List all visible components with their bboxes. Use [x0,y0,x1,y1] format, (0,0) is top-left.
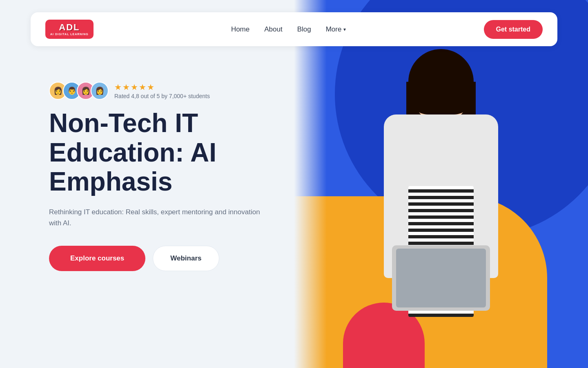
hero-visual [294,0,588,368]
logo-box: ADL AI DIGITAL LEARNING [45,20,94,39]
header: ADL AI DIGITAL LEARNING Home About Blog … [31,12,557,46]
stars: ★★★★★ [114,82,210,92]
student-avatars: 👩 👨 👩 👩 [49,82,109,100]
get-started-button[interactable]: Get started [484,20,543,39]
rating-text: Rated 4,8 out of 5 by 7,000+ students [114,93,210,99]
chevron-down-icon: ▾ [343,27,346,32]
hero-content: 👩 👨 👩 👩 ★★★★★ Rated 4,8 out of 5 by 7,00… [49,82,294,271]
rating-text-group: ★★★★★ Rated 4,8 out of 5 by 7,000+ stude… [114,82,210,99]
person-figure [355,49,527,368]
logo-adl-text: ADL [59,23,80,32]
person-hair [408,49,474,114]
logo: ADL AI DIGITAL LEARNING [45,20,94,39]
main-nav: Home About Blog More ▾ [231,25,346,34]
laptop-screen [396,249,486,307]
person-laptop [392,245,490,311]
nav-about[interactable]: About [264,25,282,34]
nav-home[interactable]: Home [231,25,249,34]
nav-blog[interactable]: Blog [297,25,311,34]
webinars-button[interactable]: Webinars [153,246,219,271]
hero-fade-overlay [294,0,327,368]
hero-title: Non-Tech IT Education: AI Emphasis [49,109,294,197]
hero-description: Rethinking IT education: Real skills, ex… [49,206,261,229]
nav-more[interactable]: More ▾ [326,25,346,34]
hero-buttons: Explore courses Webinars [49,246,294,271]
hero-person [335,33,547,368]
rating-row: 👩 👨 👩 👩 ★★★★★ Rated 4,8 out of 5 by 7,00… [49,82,294,100]
avatar-4: 👩 [91,82,109,100]
explore-courses-button[interactable]: Explore courses [49,246,145,271]
logo-subtitle: AI DIGITAL LEARNING [50,33,89,36]
